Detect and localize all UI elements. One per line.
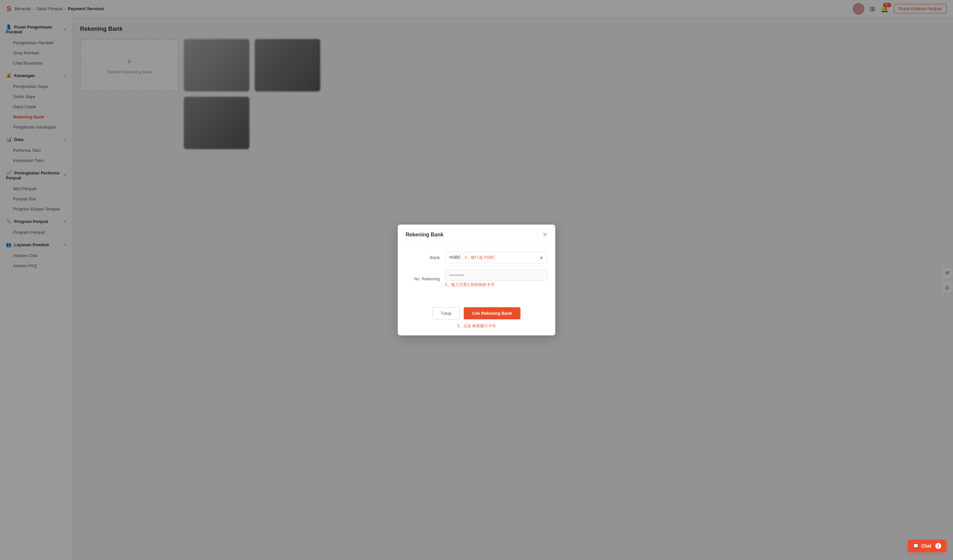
bank-select-value: HSBC bbox=[449, 255, 461, 260]
bank-select[interactable]: HSBC 1、银行选 HSBC ∨ bbox=[445, 252, 547, 263]
chat-fab-label: Chat bbox=[921, 543, 931, 549]
tutup-button[interactable]: Tutup bbox=[433, 307, 460, 319]
no-rekening-input[interactable] bbox=[445, 270, 547, 281]
no-rekening-field: 2、输入万里汇给的收款卡号 bbox=[445, 270, 547, 288]
rekening-bank-modal: Rekening Bank ✕ Bank HSBC 1、银行选 HSBC ∨ bbox=[398, 224, 555, 336]
chat-fab[interactable]: 💬 Chat 2 bbox=[908, 540, 947, 552]
modal-overlay[interactable]: Rekening Bank ✕ Bank HSBC 1、银行选 HSBC ∨ bbox=[0, 0, 953, 560]
chat-fab-badge: 2 bbox=[935, 543, 941, 549]
bank-label: Bank bbox=[406, 255, 445, 260]
no-rekening-form-row: No. Rekening 2、输入万里汇给的收款卡号 bbox=[406, 270, 547, 288]
cek-annotation: 3、点击 检查银行卡号 bbox=[457, 323, 496, 329]
bank-form-row: Bank HSBC 1、银行选 HSBC ∨ bbox=[406, 252, 547, 263]
bank-field: HSBC 1、银行选 HSBC ∨ bbox=[445, 252, 547, 263]
modal-footer: Tutup Cek Rekening Bank 3、点击 检查银行卡号 bbox=[398, 302, 555, 336]
bank-annotation: 1、银行选 HSBC bbox=[465, 255, 495, 260]
modal-header: Rekening Bank ✕ bbox=[398, 224, 555, 244]
cek-rekening-button[interactable]: Cek Rekening Bank bbox=[464, 307, 520, 319]
dropdown-chevron-icon: ∨ bbox=[540, 255, 543, 260]
no-rekening-annotation: 2、输入万里汇给的收款卡号 bbox=[445, 282, 547, 288]
chat-fab-icon: 💬 bbox=[913, 543, 919, 549]
modal-body: Bank HSBC 1、银行选 HSBC ∨ No. Rekening bbox=[398, 244, 555, 302]
no-rekening-label: No. Rekening bbox=[406, 276, 445, 281]
modal-close-button[interactable]: ✕ bbox=[542, 231, 547, 238]
modal-title: Rekening Bank bbox=[406, 232, 444, 238]
